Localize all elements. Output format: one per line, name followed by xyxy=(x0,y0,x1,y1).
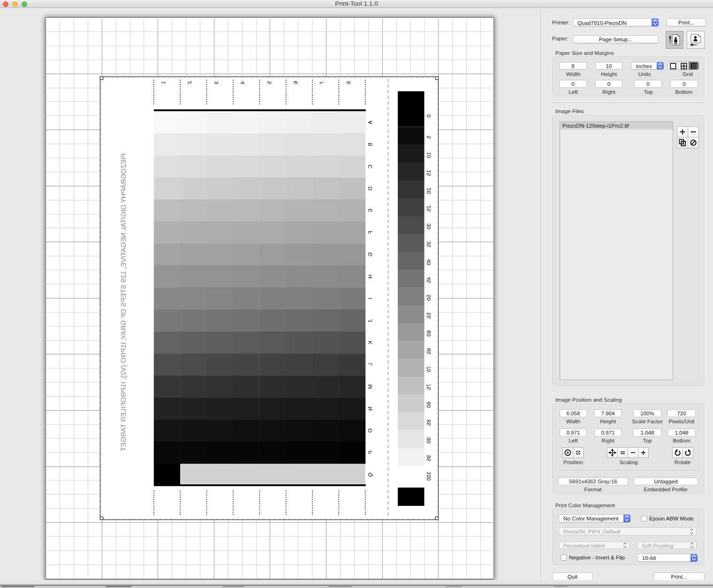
svg-text:E: E xyxy=(367,209,373,213)
svg-text:20: 20 xyxy=(426,188,432,194)
svg-text:50: 50 xyxy=(426,295,432,301)
svg-text:G: G xyxy=(367,252,373,257)
svg-text:P: P xyxy=(367,451,373,455)
svg-text:55: 55 xyxy=(426,313,432,319)
svg-text:L: L xyxy=(367,363,373,367)
svg-text:8: 8 xyxy=(346,81,351,84)
svg-text:25: 25 xyxy=(426,206,432,212)
svg-text:5: 5 xyxy=(266,81,272,84)
svg-text:30: 30 xyxy=(426,223,432,229)
svg-text:C: C xyxy=(367,165,373,168)
svg-text:70: 70 xyxy=(426,366,432,372)
svg-text:45: 45 xyxy=(426,277,432,283)
svg-text:3: 3 xyxy=(213,81,219,84)
svg-text:4: 4 xyxy=(240,81,245,84)
svg-text:85: 85 xyxy=(426,420,432,426)
svg-text:90: 90 xyxy=(426,437,432,443)
svg-text:15: 15 xyxy=(426,170,432,176)
svg-text:N: N xyxy=(367,406,373,410)
svg-text:Q: Q xyxy=(367,473,373,477)
svg-text:I: I xyxy=(367,298,373,299)
svg-text:PIEZOGRAPHY DIGITAL NEGATIVE,: PIEZOGRAPHY DIGITAL NEGATIVE, 129 STEPS … xyxy=(120,153,127,451)
svg-text:F: F xyxy=(367,231,373,234)
svg-text:75: 75 xyxy=(426,384,432,390)
svg-text:O: O xyxy=(367,428,373,433)
svg-text:7: 7 xyxy=(319,81,325,84)
svg-text:2: 2 xyxy=(187,81,192,84)
svg-text:J: J xyxy=(367,319,373,322)
svg-text:80: 80 xyxy=(426,402,432,408)
svg-text:40: 40 xyxy=(426,259,432,265)
svg-text:A: A xyxy=(367,121,373,124)
svg-text:K: K xyxy=(367,341,373,344)
svg-text:0: 0 xyxy=(426,115,432,117)
svg-text:D: D xyxy=(367,186,373,190)
svg-text:35: 35 xyxy=(426,241,432,247)
svg-text:65: 65 xyxy=(426,348,432,354)
svg-text:M: M xyxy=(367,384,373,389)
svg-text:5: 5 xyxy=(426,136,432,138)
svg-text:100: 100 xyxy=(426,472,432,481)
svg-text:10: 10 xyxy=(426,152,432,158)
svg-text:H: H xyxy=(367,275,373,278)
svg-text:60: 60 xyxy=(426,330,432,336)
svg-text:B: B xyxy=(367,143,373,146)
svg-text:1: 1 xyxy=(160,81,166,84)
svg-text:6: 6 xyxy=(293,81,298,84)
svg-text:95: 95 xyxy=(426,455,432,461)
